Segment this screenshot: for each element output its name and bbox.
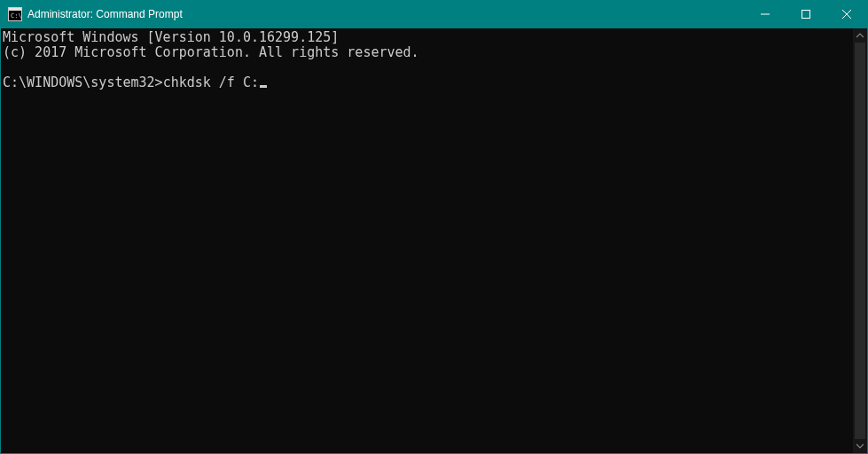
minimize-button[interactable] (745, 1, 786, 27)
chevron-down-icon (856, 442, 864, 450)
cmd-icon: C:\ (8, 7, 22, 21)
close-icon (842, 10, 851, 19)
svg-text:C:\: C:\ (11, 12, 22, 20)
text-cursor (260, 85, 267, 88)
scroll-down-button[interactable] (853, 439, 867, 453)
console-line: Microsoft Windows [Version 10.0.16299.12… (3, 29, 339, 45)
console-command: chkdsk /f C: (163, 74, 259, 90)
titlebar[interactable]: C:\ Administrator: Command Prompt (1, 1, 867, 27)
window-title: Administrator: Command Prompt (27, 8, 745, 20)
maximize-icon (802, 10, 810, 19)
console-output[interactable]: Microsoft Windows [Version 10.0.16299.12… (1, 28, 853, 453)
command-prompt-window: C:\ Administrator: Command Prompt Micros… (0, 0, 868, 454)
svg-rect-5 (802, 11, 810, 19)
scrollbar-thumb[interactable] (855, 43, 865, 439)
console-line: (c) 2017 Microsoft Corporation. All righ… (3, 44, 419, 60)
scrollbar-track[interactable] (853, 43, 867, 439)
svg-rect-2 (9, 8, 21, 11)
vertical-scrollbar[interactable] (853, 28, 867, 453)
chevron-up-icon (856, 32, 864, 39)
maximize-button[interactable] (786, 1, 826, 27)
minimize-icon (761, 10, 770, 19)
console-area: Microsoft Windows [Version 10.0.16299.12… (1, 27, 867, 453)
scroll-up-button[interactable] (853, 28, 867, 43)
console-prompt: C:\WINDOWS\system32> (3, 74, 163, 90)
close-button[interactable] (826, 1, 867, 27)
window-controls (745, 1, 867, 27)
